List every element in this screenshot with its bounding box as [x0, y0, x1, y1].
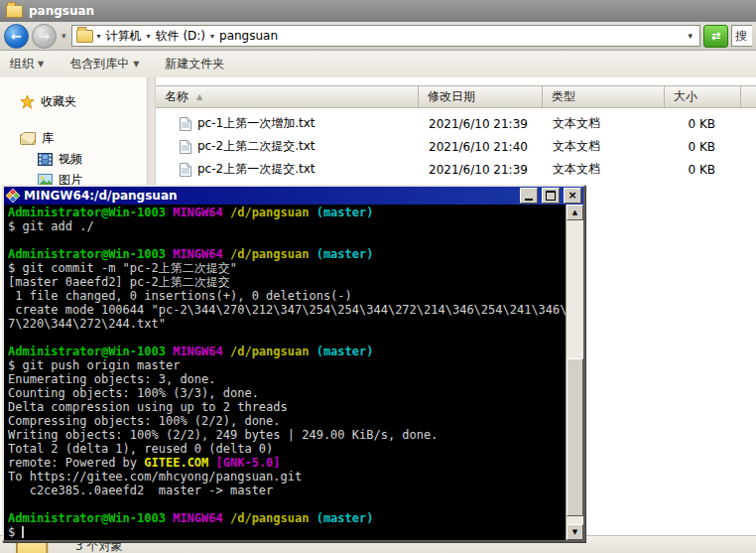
- terminal-line: 1 file changed, 0 insertions(+), 0 delet…: [8, 289, 562, 303]
- close-button[interactable]: ×: [564, 188, 581, 204]
- file-type: 文本文档: [543, 138, 665, 155]
- terminal-line: Enumerating objects: 3, done.: [8, 372, 562, 386]
- star-icon: [20, 94, 35, 109]
- command-toolbar: 组织 ▼ 包含到库中 ▼ 新建文件夹: [0, 51, 756, 78]
- terminal-line: Delta compression using up to 2 threads: [8, 400, 562, 414]
- column-header-filler: [741, 86, 756, 107]
- terminal-line: Writing objects: 100% (2/2), 249 bytes |…: [8, 428, 562, 442]
- column-header-size[interactable]: 大小: [665, 86, 741, 107]
- history-chevron-icon[interactable]: ▾: [60, 31, 68, 41]
- breadcrumb-drive-d[interactable]: 软件 (D:): [155, 28, 206, 45]
- terminal-prompt-line: Administrator@Win-1003 MINGW64 /d/pangsu…: [8, 247, 562, 261]
- file-row[interactable]: pc-1上第一次增加.txt 2021/6/10 21:39 文本文档 0 KB: [156, 112, 756, 135]
- folder-icon: [6, 5, 23, 18]
- terminal-line: [8, 331, 562, 345]
- file-name: pc-1上第一次增加.txt: [197, 115, 315, 132]
- terminal-line: [8, 233, 562, 247]
- breadcrumb-computer[interactable]: 计算机: [105, 28, 143, 45]
- terminal-screen[interactable]: Administrator@Win-1003 MINGW64 /d/pangsu…: [4, 205, 566, 540]
- terminal-prompt-line: Administrator@Win-1003 MINGW64 /d/pangsu…: [8, 511, 562, 525]
- terminal-prompt-line: Administrator@Win-1003 MINGW64 /d/pangsu…: [8, 345, 562, 358]
- include-in-library-button[interactable]: 包含到库中 ▼: [69, 56, 139, 72]
- terminal-line: [master 0aeefd2] pc-2上第二次提交: [8, 275, 562, 289]
- file-row[interactable]: pc-2上第二次提交.txt 2021/6/10 21:40 文本文档 0 KB: [156, 135, 756, 158]
- terminal-titlebar[interactable]: MINGW64:/d/pangsuan ×: [4, 187, 583, 205]
- column-header-modified[interactable]: 修改日期: [419, 86, 543, 107]
- new-folder-button[interactable]: 新建文件夹: [165, 56, 224, 72]
- crumb-dropdown-icon[interactable]: ▾: [93, 32, 105, 41]
- terminal-line: Counting objects: 100% (3/3), done.: [8, 386, 562, 400]
- terminal-line: remote: Powered by GITEE.COM [GNK-5.0]: [8, 456, 562, 470]
- breadcrumb-pangsuan[interactable]: pangsuan: [218, 29, 279, 43]
- search-input[interactable]: 搜: [731, 25, 752, 47]
- organize-button[interactable]: 组织 ▼: [10, 56, 44, 72]
- file-type: 文本文档: [543, 161, 665, 178]
- text-file-icon: [180, 140, 191, 154]
- terminal-line: To https://gitee.com/mhcyong/pangsuan.gi…: [8, 470, 562, 484]
- scrollbar-thumb[interactable]: [567, 358, 583, 516]
- file-modified: 2021/6/10 21:40: [419, 140, 543, 154]
- file-modified: 2021/6/10 21:39: [419, 117, 543, 131]
- address-dropdown-icon[interactable]: ▾: [685, 31, 695, 41]
- maximize-button[interactable]: [542, 188, 560, 204]
- scroll-up-icon[interactable]: ▲: [567, 205, 583, 220]
- chevron-down-icon: ▼: [133, 60, 139, 69]
- terminal-line: $ git commit -m "pc-2上第二次提交": [8, 261, 562, 275]
- terminal-line: create mode 100644 "pc-2\344\270\212\347…: [8, 303, 562, 317]
- file-modified: 2021/6/10 21:39: [419, 163, 543, 177]
- file-size: 0 KB: [665, 117, 741, 131]
- sidebar-item-libraries[interactable]: 库: [0, 128, 147, 149]
- file-type: 文本文档: [543, 115, 665, 132]
- column-header-name[interactable]: 名称 ▲: [156, 86, 419, 107]
- terminal-line: c2ce385..0aeefd2 master -> master: [8, 484, 562, 497]
- terminal-line: $ git push origin master: [8, 358, 562, 372]
- terminal-cursor: [22, 526, 24, 538]
- terminal-line: [8, 497, 562, 511]
- file-row[interactable]: pc-2上第一次提交.txt 2021/6/10 21:39 文本文档 0 KB: [156, 158, 756, 181]
- sidebar-item-favorites[interactable]: 收藏夹: [0, 91, 147, 112]
- terminal-input-line: $: [8, 525, 562, 539]
- refresh-button[interactable]: ⇄: [703, 25, 728, 48]
- terminal-prompt-line: Administrator@Win-1003 MINGW64 /d/pangsu…: [8, 206, 562, 219]
- terminal-scrollbar[interactable]: ▲ ▼: [566, 205, 583, 540]
- file-name: pc-2上第二次提交.txt: [197, 138, 315, 155]
- terminal-line: Compressing objects: 100% (2/2), done.: [8, 414, 562, 428]
- scroll-down-icon[interactable]: ▼: [567, 524, 583, 540]
- column-header-type[interactable]: 类型: [543, 86, 665, 107]
- chevron-down-icon: ▼: [38, 60, 44, 69]
- explorer-titlebar[interactable]: pangsuan: [0, 0, 756, 22]
- mingw64-terminal-window: MINGW64:/d/pangsuan × Administrator@Win-…: [2, 185, 585, 542]
- crumb-dropdown-icon[interactable]: ▾: [206, 32, 218, 41]
- navigation-bar: ← → ▾ ▾ 计算机 ▾ 软件 (D:) ▾ pangsuan ▾ ⇄ 搜: [0, 22, 756, 51]
- terminal-line: $ git add ./: [8, 219, 562, 233]
- terminal-title: MINGW64:/d/pangsuan: [24, 189, 516, 203]
- text-file-icon: [180, 117, 191, 131]
- sidebar-item-videos[interactable]: 视频: [0, 149, 147, 170]
- back-button[interactable]: ←: [4, 24, 29, 49]
- minimize-button[interactable]: [520, 188, 538, 204]
- window-title: pangsuan: [29, 4, 94, 18]
- terminal-line: 7\220\344\272\244.txt": [8, 317, 562, 331]
- file-size: 0 KB: [665, 163, 741, 177]
- forward-button[interactable]: →: [32, 24, 57, 49]
- file-size: 0 KB: [665, 140, 741, 154]
- git-bash-icon: [6, 189, 20, 203]
- address-folder-icon: [76, 30, 93, 43]
- text-file-icon: [180, 163, 191, 177]
- libraries-icon: [20, 132, 36, 145]
- crumb-dropdown-icon[interactable]: ▾: [143, 32, 155, 41]
- file-name: pc-2上第一次提交.txt: [197, 161, 315, 178]
- terminal-line: Total 2 (delta 1), reused 0 (delta 0): [8, 442, 562, 456]
- column-headers: 名称 ▲ 修改日期 类型 大小: [156, 85, 756, 108]
- sort-ascending-icon: ▲: [196, 92, 202, 101]
- video-icon: [38, 153, 53, 166]
- address-bar[interactable]: ▾ 计算机 ▾ 软件 (D:) ▾ pangsuan ▾: [71, 25, 700, 47]
